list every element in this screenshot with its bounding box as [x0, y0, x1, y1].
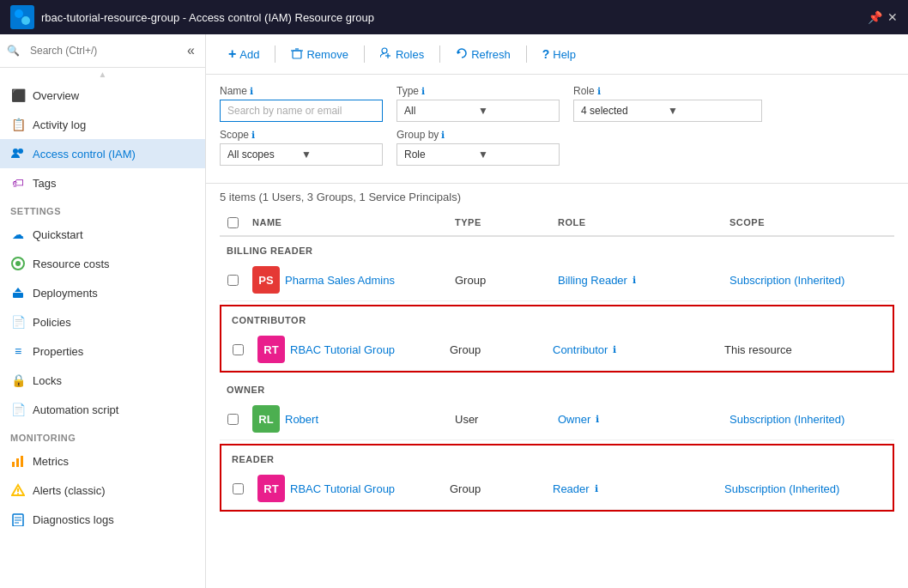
row-role-col: Contributor ℹ	[546, 343, 717, 356]
sidebar-item-resource-costs[interactable]: Resource costs	[0, 249, 205, 278]
row-role-col: Owner ℹ	[551, 413, 723, 426]
row-type-col: Group	[448, 274, 551, 287]
overview-icon: ⬛	[10, 88, 26, 103]
pin-icon[interactable]: 📌	[868, 10, 882, 24]
role-info-icon[interactable]: ℹ	[597, 86, 601, 97]
sidebar-item-quickstart[interactable]: ☁ Quickstart	[0, 220, 205, 249]
sidebar-item-label: Overview	[33, 89, 79, 102]
tags-icon: 🏷	[10, 175, 26, 191]
remove-icon	[291, 47, 303, 62]
toolbar: + Add Remove Roles	[206, 34, 908, 75]
svg-point-1	[21, 16, 30, 25]
close-icon[interactable]: ✕	[887, 10, 898, 24]
type-select[interactable]: All ▼	[396, 100, 560, 122]
name-link[interactable]: Pharma Sales Admins	[285, 274, 395, 287]
row-checkbox[interactable]	[233, 344, 244, 355]
sidebar-item-metrics[interactable]: Metrics	[0, 446, 205, 476]
refresh-button[interactable]: Refresh	[447, 42, 519, 67]
avatar: RT	[257, 475, 285, 502]
row-scope-col: Subscription (Inherited)	[717, 482, 889, 495]
select-all-checkbox[interactable]	[227, 217, 239, 228]
name-link[interactable]: RBAC Tutorial Group	[290, 482, 395, 495]
header-checkbox-col	[220, 217, 245, 228]
groupby-select[interactable]: Role ▼	[396, 143, 560, 166]
role-info-icon[interactable]: ℹ	[613, 344, 616, 355]
scope-value: Subscription (Inherited)	[729, 274, 844, 287]
sidebar-item-label: Automation script	[33, 403, 118, 416]
role-link[interactable]: Reader	[553, 482, 590, 495]
help-button[interactable]: ? Help	[534, 42, 584, 66]
filter-scope-label: Scope ℹ	[220, 129, 383, 141]
sidebar-item-automation-script[interactable]: 📄 Automation script	[0, 395, 205, 424]
sidebar-item-activity-log[interactable]: 📋 Activity log	[0, 110, 205, 139]
add-button[interactable]: + Add	[220, 41, 268, 67]
filters-row-2: Scope ℹ All scopes ▼ Group by ℹ	[220, 129, 894, 166]
sidebar-item-deployments[interactable]: Deployments	[0, 278, 205, 307]
activity-log-icon: 📋	[10, 117, 26, 132]
role-header-label: ROLE	[558, 217, 586, 227]
svg-point-0	[15, 9, 23, 18]
alerts-icon	[10, 482, 26, 498]
role-section-billing-reader: BILLING READER PS Pharma Sales Admins Gr…	[220, 237, 894, 301]
row-checkbox[interactable]	[233, 483, 244, 494]
table-row[interactable]: RT RBAC Tutorial Group Group Contributor…	[221, 329, 893, 371]
sidebar: 🔍 « ▲ ⬛ Overview 📋 Activity log	[0, 34, 206, 588]
scope-select[interactable]: All scopes ▼	[220, 143, 383, 166]
sidebar-item-locks[interactable]: 🔒 Locks	[0, 366, 205, 395]
toolbar-separator-1	[275, 45, 275, 63]
table-row[interactable]: RT RBAC Tutorial Group Group Reader ℹ Su…	[221, 468, 893, 510]
sidebar-search-container: 🔍 «	[0, 34, 205, 68]
header-name-col: NAME	[245, 217, 448, 228]
sidebar-collapse-button[interactable]: «	[184, 41, 198, 60]
sidebar-scroll-up: ▲	[0, 68, 205, 81]
sidebar-item-label: Alerts (classic)	[33, 484, 106, 497]
sidebar-item-tags[interactable]: 🏷 Tags	[0, 168, 205, 197]
avatar: PS	[252, 266, 280, 294]
name-link[interactable]: RBAC Tutorial Group	[290, 343, 395, 356]
groupby-info-icon[interactable]: ℹ	[441, 130, 445, 141]
sidebar-search-input[interactable]	[23, 41, 180, 60]
name-info-icon[interactable]: ℹ	[250, 86, 253, 97]
row-role-col: Reader ℹ	[546, 482, 717, 495]
help-icon: ?	[542, 47, 550, 61]
name-search-input[interactable]	[220, 100, 383, 122]
sidebar-item-overview[interactable]: ⬛ Overview	[0, 81, 205, 110]
role-select[interactable]: 4 selected ▼	[573, 100, 762, 122]
role-info-icon[interactable]: ℹ	[596, 414, 599, 425]
table-header: NAME TYPE ROLE SCOPE	[220, 210, 894, 237]
svg-point-5	[15, 261, 21, 266]
svg-point-2	[13, 149, 18, 154]
row-name-col: PS Pharma Sales Admins	[245, 266, 448, 294]
sidebar-item-properties[interactable]: ≡ Properties	[0, 336, 205, 366]
role-info-icon[interactable]: ℹ	[595, 483, 598, 494]
role-link[interactable]: Owner	[558, 413, 590, 426]
scope-value: Subscription (Inherited)	[729, 413, 844, 426]
automation-script-icon: 📄	[10, 402, 26, 417]
role-select-value: 4 selected	[581, 105, 668, 117]
row-checkbox[interactable]	[227, 414, 239, 425]
toolbar-separator-2	[364, 45, 365, 63]
type-value: Group	[450, 343, 481, 356]
role-section-header-billing-reader: BILLING READER	[220, 237, 894, 259]
sidebar-item-alerts-classic[interactable]: Alerts (classic)	[0, 476, 205, 505]
table-row[interactable]: PS Pharma Sales Admins Group Billing Rea…	[220, 259, 894, 301]
filter-type-label: Type ℹ	[396, 85, 560, 97]
remove-button[interactable]: Remove	[282, 42, 356, 67]
role-link[interactable]: Contributor	[553, 343, 608, 356]
sidebar-item-policies[interactable]: 📄 Policies	[0, 307, 205, 336]
policies-icon: 📄	[10, 314, 26, 330]
type-info-icon[interactable]: ℹ	[421, 86, 425, 97]
table-row[interactable]: RL Robert User Owner ℹ Subscription (Inh…	[220, 398, 894, 440]
sidebar-item-label: Diagnostics logs	[33, 513, 114, 526]
row-checkbox[interactable]	[227, 275, 239, 286]
scope-info-icon[interactable]: ℹ	[251, 130, 255, 141]
role-link[interactable]: Billing Reader	[558, 274, 627, 287]
sidebar-item-label: Metrics	[33, 455, 69, 468]
sidebar-item-diagnostics-logs[interactable]: Diagnostics logs	[0, 505, 205, 534]
content-area: + Add Remove Roles	[206, 34, 908, 588]
name-link[interactable]: Robert	[285, 413, 318, 426]
roles-button[interactable]: Roles	[372, 42, 433, 67]
row-scope-col: This resource	[717, 343, 889, 356]
role-info-icon[interactable]: ℹ	[633, 275, 636, 286]
sidebar-item-access-control[interactable]: Access control (IAM)	[0, 139, 205, 168]
